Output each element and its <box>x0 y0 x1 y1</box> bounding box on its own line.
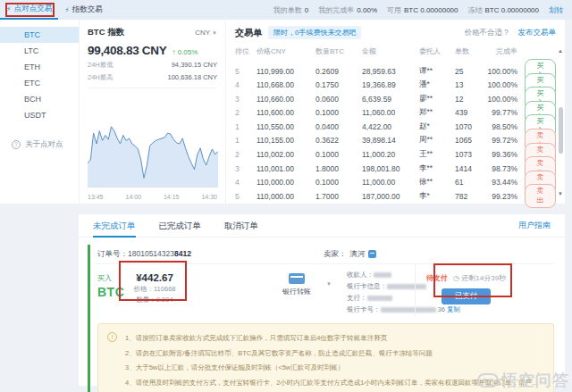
cell-amount: 28,959.63 <box>362 67 419 76</box>
sidebar-item-etc[interactable]: ETC <box>0 75 79 91</box>
cell-trader: 谭** <box>419 66 455 77</box>
sidebar-item-bch[interactable]: BCH <box>0 91 79 107</box>
cell-qty: 1.8000 <box>315 164 362 173</box>
stat-label: 我的单数 <box>273 6 302 14</box>
index-price: 99,408.83 CNY <box>88 44 166 57</box>
cell-rank: 1 <box>235 122 257 131</box>
order-side: 买入 BTC <box>97 273 124 299</box>
order-status-area: 待支付 ◷ 还剩14分39秒 已支付 <box>415 264 554 316</box>
lightning-icon: ⚡ <box>6 5 12 13</box>
tab-p2p-label: 点对点交易 <box>14 4 53 14</box>
about-p2p-label: 关于点对点 <box>25 139 63 150</box>
orders-card: 未完成订单 已完成订单 取消订单 用户指南 订单号：18010514323841… <box>79 214 565 386</box>
cell-orders: 13 <box>455 80 484 89</box>
stat-item: 可用BTC 0.00000000 <box>387 5 458 15</box>
tab-index-trade[interactable]: ⚡ 指数交易 <box>58 0 109 20</box>
currency-select[interactable]: CNY ▼ <box>195 29 217 37</box>
cell-amount: 6,639.59 <box>362 95 419 104</box>
payment-method[interactable]: 银行转账 ▼ <box>265 273 328 296</box>
redacted-branch <box>367 296 392 301</box>
cell-trader: 郑** <box>419 107 455 118</box>
sidebar-item-usdt[interactable]: USDT <box>0 107 79 123</box>
cell-qty: 0.2609 <box>315 67 362 76</box>
lightning-icon: ⚡ <box>64 6 70 14</box>
scroll-up-icon[interactable]: ▲ <box>558 48 563 54</box>
stat-item: 我的单数0 <box>273 5 308 15</box>
sidebar-item-about-p2p[interactable]: ? 关于点对点 <box>0 139 79 150</box>
cell-orders: 1414 <box>455 164 484 173</box>
bank-card-icon <box>289 273 305 284</box>
publish-order-link[interactable]: 发布交易单 <box>518 28 557 38</box>
cell-rate: 100.00% <box>484 67 525 76</box>
cell-amount: 4,422.00 <box>362 122 419 131</box>
chat-icon[interactable] <box>368 250 376 258</box>
user-guide-link[interactable]: 用户指南 <box>518 220 551 231</box>
tab-p2p-trade[interactable]: ⚡ 点对点交易 <box>0 0 58 20</box>
sidebar-item-eth[interactable]: ETH <box>0 59 79 75</box>
cell-orders: 1073 <box>455 150 484 159</box>
tab-completed-orders[interactable]: 已完成订单 <box>159 214 202 238</box>
wukong-logo-icon <box>477 373 499 388</box>
top-nav-bar: ⚡ 点对点交易 ⚡ 指数交易 我的单数0我的完成率0.00%可用BTC 0.00… <box>0 0 572 20</box>
cell-qty: 0.1000 <box>315 150 362 159</box>
cell-price: 110,001.00 <box>257 164 315 173</box>
index-title: BTC 指数 <box>88 27 124 38</box>
cell-rank: 3 <box>235 95 257 104</box>
cell-trader: 廖** <box>419 94 455 104</box>
promo-badge: 限时，0手续费快来交易吧 <box>268 26 361 39</box>
redacted-payee <box>374 272 391 278</box>
arrow-up-icon: ↑ <box>172 48 175 56</box>
order-qty: 数量：0.004 <box>122 296 187 304</box>
cell-price: 110,999.00 <box>257 67 315 76</box>
cell-rate: 99.77% <box>484 108 525 117</box>
cell-rate: 100.00% <box>484 95 525 104</box>
cell-orders: 782 <box>455 192 484 201</box>
order-coin: BTC <box>97 285 124 299</box>
chevron-down-icon[interactable]: ▼ <box>326 281 332 287</box>
cell-price: 110,550.00 <box>257 122 315 131</box>
cell-orders: 439 <box>455 108 484 117</box>
column-header: 排位 <box>235 46 257 56</box>
stat-item: 我的完成率0.00% <box>318 5 377 15</box>
column-header: 价格CNY <box>257 46 315 56</box>
cell-rank: 1 <box>235 136 257 145</box>
cell-amount: 11,000.00 <box>362 178 419 187</box>
scrollbar-thumb[interactable] <box>559 107 563 154</box>
cell-qty: 0.1750 <box>315 80 362 89</box>
cell-orders: 25 <box>455 67 484 76</box>
seller-name: 漓河 <box>349 249 365 260</box>
cell-trader: 潘* <box>419 79 455 90</box>
cell-amount: 39,898.14 <box>362 136 419 145</box>
sell-button[interactable]: 卖出 <box>525 184 556 208</box>
scroll-down-icon[interactable]: ▼ <box>558 191 563 196</box>
cell-amount: 11,060.00 <box>362 108 419 117</box>
tab-open-orders[interactable]: 未完成订单 <box>93 214 136 238</box>
cell-rate: 93.44% <box>484 178 525 187</box>
clock-icon: ◷ <box>453 274 459 282</box>
low-label: 24H最低 <box>88 61 114 70</box>
order-amount: ¥442.67 <box>122 272 187 283</box>
cell-qty: 0.0600 <box>315 95 362 104</box>
x-tick-label: 14:30 <box>201 194 217 200</box>
notice-line: 1、请按照订单卖家收款方式完成线下汇款操作，只需填写订单后4位数字于转账单注释页 <box>125 331 544 346</box>
paid-button[interactable]: 已支付 <box>442 288 492 304</box>
orderbook-title: 交易单 <box>235 27 262 39</box>
cell-qty: 1.7000 <box>315 192 362 201</box>
orderbook-row: 5110,999.000.260928,959.63谭**25100.00%买入 <box>235 59 556 73</box>
cell-orders: 12 <box>455 95 484 104</box>
stat-value: BTC 0.00000000 <box>485 6 540 14</box>
coin-sidebar: BTCLTCETHETCBCHUSDT ? 关于点对点 <box>0 20 79 204</box>
sidebar-item-btc[interactable]: BTC <box>0 27 79 43</box>
orderbook-panel: 交易单 限时，0手续费快来交易吧 价格不合适？ 发布交易单 排位价格CNY数量B… <box>225 20 565 204</box>
sidebar-item-ltc[interactable]: LTC <box>0 43 79 59</box>
notice-line: 2、请勿在汇款附言/备注填写比特币、BTC及其它数字资产名称，防止造成汇款拦截、… <box>125 346 544 362</box>
x-tick-label: 14:00 <box>125 194 141 200</box>
stat-value: 0 <box>305 6 308 14</box>
orderbook-header-row: 排位价格CNY数量BTC金额委托人单数完成率 <box>235 44 556 59</box>
cell-rank: 3 <box>235 164 257 173</box>
column-header: 委托人 <box>419 46 455 56</box>
cell-rank: 2 <box>235 108 257 117</box>
tab-cancelled-orders[interactable]: 取消订单 <box>224 214 258 238</box>
transfer-link[interactable]: 划转 <box>549 5 563 15</box>
column-header: 单数 <box>455 46 484 56</box>
